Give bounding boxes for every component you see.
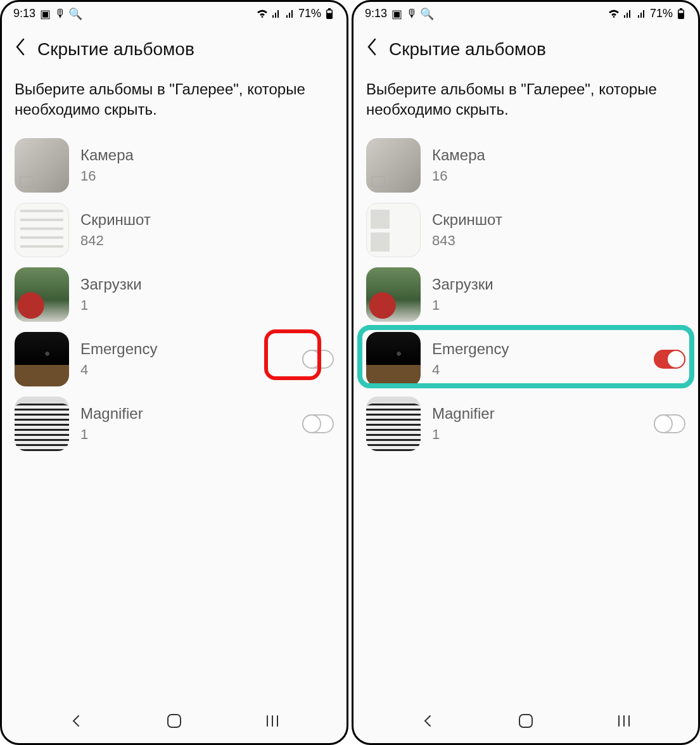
- album-name: Камера: [80, 146, 334, 164]
- album-thumbnail: [366, 267, 421, 322]
- album-count: 4: [432, 362, 642, 378]
- svg-rect-3: [168, 715, 181, 727]
- album-thumbnail: [15, 267, 69, 322]
- wifi-icon: [257, 8, 268, 20]
- signal-icon: [622, 8, 633, 20]
- status-bar: 9:13 ▣ 🎙 🔍 71%: [2, 2, 347, 23]
- page-title: Скрытие альбомов: [389, 39, 546, 60]
- header: Скрытие альбомов: [353, 23, 698, 67]
- voice-icon: 🎙: [54, 8, 66, 20]
- album-name: Камера: [432, 146, 685, 164]
- svg-rect-2: [328, 10, 332, 13]
- album-list-left: Камера16Скриншот842Загрузки1Emergency4Ma…: [2, 133, 347, 701]
- album-row[interactable]: Emergency4: [8, 327, 340, 392]
- phone-right: 9:13 ▣ 🎙 🔍 71% Скрытие альбомов В: [352, 0, 700, 745]
- album-text: Magnifier1: [80, 405, 291, 443]
- album-name: Emergency: [432, 340, 642, 358]
- nav-home[interactable]: [166, 713, 182, 729]
- album-row[interactable]: Emergency4: [360, 327, 692, 392]
- album-name: Скриншот: [80, 211, 334, 229]
- nav-home[interactable]: [518, 713, 534, 729]
- album-row[interactable]: Камера16: [8, 133, 340, 198]
- svg-rect-6: [679, 10, 684, 13]
- hide-toggle[interactable]: [302, 350, 334, 369]
- album-count: 1: [80, 297, 334, 314]
- hide-toggle[interactable]: [654, 414, 685, 433]
- album-text: Камера16: [80, 146, 334, 184]
- wifi-icon: [608, 8, 620, 20]
- status-bar: 9:13 ▣ 🎙 🔍 71%: [353, 2, 698, 23]
- album-row[interactable]: Камера16: [360, 133, 692, 198]
- nav-back[interactable]: [420, 713, 435, 729]
- album-thumbnail: [366, 203, 421, 257]
- svg-rect-5: [680, 8, 682, 10]
- nav-recents[interactable]: [265, 715, 280, 727]
- search-icon: 🔍: [421, 8, 433, 20]
- nav-bar: [353, 701, 698, 743]
- back-button[interactable]: [366, 38, 379, 60]
- album-count: 4: [80, 362, 291, 378]
- album-name: Magnifier: [432, 405, 642, 423]
- album-text: Загрузки1: [80, 276, 334, 314]
- battery-icon: [324, 8, 335, 20]
- page-subtitle: Выберите альбомы в "Галерее", которые не…: [353, 67, 698, 133]
- album-text: Emergency4: [80, 340, 291, 378]
- battery-percent: 71%: [298, 7, 321, 20]
- album-thumbnail: [366, 138, 421, 193]
- svg-rect-7: [519, 715, 532, 727]
- album-text: Скриншот843: [432, 211, 685, 249]
- album-row[interactable]: Скриншот842: [8, 198, 340, 262]
- album-count: 843: [432, 232, 685, 249]
- album-text: Magnifier1: [432, 405, 642, 443]
- album-thumbnail: [15, 332, 69, 386]
- album-row[interactable]: Magnifier1: [8, 392, 340, 456]
- album-name: Загрузки: [432, 276, 685, 293]
- album-name: Загрузки: [80, 276, 334, 293]
- album-name: Emergency: [80, 340, 291, 358]
- page-title: Скрытие альбомов: [37, 39, 194, 60]
- page-subtitle: Выберите альбомы в "Галерее", которые не…: [2, 67, 347, 133]
- voice-icon: 🎙: [406, 8, 417, 20]
- album-row[interactable]: Загрузки1: [8, 262, 340, 327]
- album-thumbnail: [366, 397, 421, 451]
- album-text: Загрузки1: [432, 276, 685, 314]
- hide-toggle[interactable]: [654, 350, 685, 369]
- battery-icon: [675, 8, 687, 20]
- album-name: Magnifier: [80, 405, 291, 423]
- battery-percent: 71%: [650, 7, 673, 20]
- album-count: 1: [432, 297, 685, 314]
- image-icon: ▣: [391, 8, 402, 20]
- album-count: 1: [432, 426, 642, 443]
- phone-left: 9:13 ▣ 🎙 🔍 71% Скрытие альбомов В: [0, 0, 348, 745]
- search-icon: 🔍: [70, 8, 81, 20]
- album-thumbnail: [15, 203, 69, 257]
- album-count: 16: [80, 168, 334, 184]
- status-time: 9:13: [13, 7, 35, 20]
- album-count: 842: [80, 232, 334, 249]
- signal-icon: [270, 8, 282, 20]
- album-name: Скриншот: [432, 211, 685, 229]
- nav-bar: [2, 701, 347, 743]
- album-text: Скриншот842: [80, 211, 334, 249]
- album-thumbnail: [15, 397, 69, 451]
- header: Скрытие альбомов: [2, 23, 347, 67]
- signal-icon-2: [636, 8, 647, 20]
- hide-toggle[interactable]: [302, 414, 334, 433]
- signal-icon-2: [284, 8, 296, 20]
- svg-rect-1: [328, 8, 331, 10]
- album-thumbnail: [15, 138, 69, 193]
- album-text: Emergency4: [432, 340, 642, 378]
- image-icon: ▣: [39, 8, 51, 20]
- status-time: 9:13: [365, 7, 387, 20]
- album-count: 16: [432, 168, 685, 184]
- album-count: 1: [80, 426, 291, 443]
- nav-back[interactable]: [68, 713, 84, 729]
- album-list-right: Камера16Скриншот843Загрузки1Emergency4Ma…: [353, 133, 698, 701]
- album-thumbnail: [366, 332, 421, 386]
- album-row[interactable]: Magnifier1: [360, 392, 692, 456]
- album-row[interactable]: Загрузки1: [360, 262, 692, 327]
- album-row[interactable]: Скриншот843: [360, 198, 692, 262]
- nav-recents[interactable]: [616, 715, 632, 727]
- back-button[interactable]: [15, 38, 27, 60]
- album-text: Камера16: [432, 146, 685, 184]
